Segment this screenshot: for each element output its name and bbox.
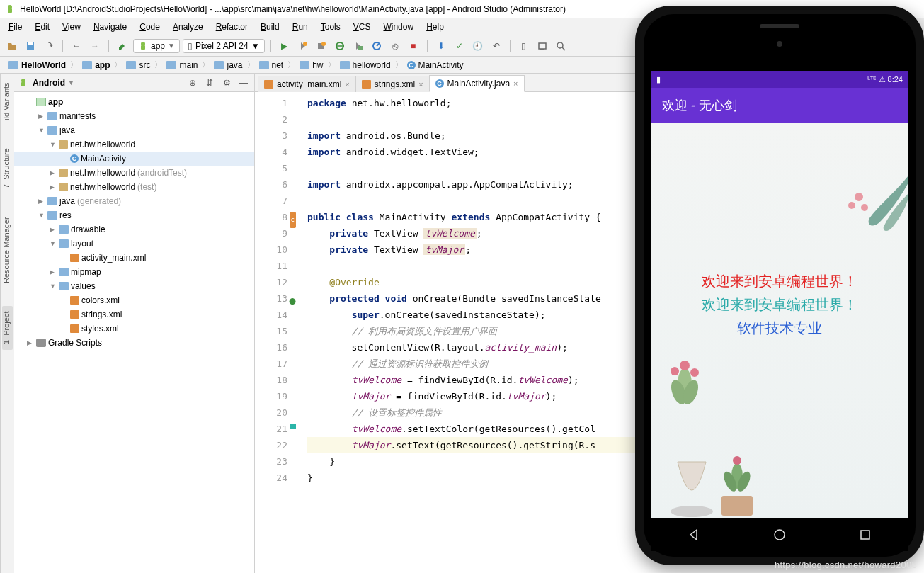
toolbar-separator bbox=[270, 40, 271, 52]
svg-rect-13 bbox=[539, 43, 546, 49]
menu-refactor[interactable]: Refactor bbox=[210, 20, 253, 34]
sdk-manager-button[interactable] bbox=[535, 38, 550, 54]
close-icon[interactable]: × bbox=[513, 79, 518, 88]
toolbar-separator bbox=[108, 40, 109, 52]
stop-button[interactable]: ■ bbox=[406, 38, 421, 54]
tab-activity_main-xml[interactable]: activity_main.xml× bbox=[258, 76, 356, 92]
vcs-rollback-button[interactable]: ↶ bbox=[489, 38, 504, 54]
toolbar-separator bbox=[510, 40, 511, 52]
apply-code-changes-icon[interactable] bbox=[314, 38, 329, 54]
line-gutter[interactable]: 12345678c910111213⬤141516171819202122232… bbox=[255, 92, 293, 573]
code-area[interactable]: package net.hw.helloworld; import androi… bbox=[293, 92, 924, 573]
project-view-selector[interactable]: Android ▼ bbox=[33, 78, 74, 88]
search-button[interactable] bbox=[553, 38, 569, 54]
code-editor[interactable]: 12345678c910111213⬤141516171819202122232… bbox=[255, 92, 924, 573]
profile-button[interactable] bbox=[369, 38, 384, 54]
main-area: 1: Project Resource Manager 7: Structure… bbox=[0, 74, 924, 573]
tree-mipmap[interactable]: ▶ mipmap bbox=[14, 265, 254, 279]
select-opened-file-icon[interactable]: ⊕ bbox=[186, 76, 199, 89]
android-studio-logo-icon bbox=[4, 4, 16, 15]
open-button[interactable] bbox=[4, 38, 20, 54]
menu-run[interactable]: Run bbox=[287, 20, 314, 34]
menu-build[interactable]: Build bbox=[255, 20, 285, 34]
run-config-dropdown[interactable]: app ▼ bbox=[133, 39, 180, 53]
run-button[interactable]: ▶ bbox=[277, 38, 292, 54]
menu-tools[interactable]: Tools bbox=[315, 20, 346, 34]
forward-button[interactable]: → bbox=[87, 38, 103, 54]
crumb-hw[interactable]: hw bbox=[297, 59, 326, 72]
crumb-net[interactable]: net bbox=[256, 59, 287, 72]
svg-rect-17 bbox=[21, 82, 25, 86]
tree-java[interactable]: ▼ java bbox=[14, 123, 254, 137]
crumb-src[interactable]: src bbox=[123, 59, 153, 72]
settings-gear-icon[interactable]: ⚙ bbox=[220, 76, 233, 89]
tree-values[interactable]: ▼ values bbox=[14, 279, 254, 293]
window-title: HelloWorld [D:\AndroidStudioProjects\Hel… bbox=[20, 4, 566, 14]
save-button[interactable] bbox=[23, 38, 38, 54]
tree-styles-xml[interactable]: styles.xml bbox=[14, 322, 254, 336]
menu-window[interactable]: Window bbox=[377, 20, 419, 34]
tool-tab-resource-manager[interactable]: Resource Manager bbox=[2, 211, 13, 289]
tree-gradle-scripts[interactable]: ▶ Gradle Scripts bbox=[14, 336, 254, 350]
close-icon[interactable]: × bbox=[345, 80, 349, 89]
editor-column: activity_main.xml×strings.xml×CMainActiv… bbox=[255, 74, 924, 573]
sync-button[interactable] bbox=[41, 38, 57, 54]
menu-analyze[interactable]: Analyze bbox=[167, 20, 209, 34]
device-label: Pixel 2 API 24 bbox=[195, 41, 249, 51]
menu-navigate[interactable]: Navigate bbox=[88, 20, 132, 34]
crumb-mainactivity[interactable]: CMainActivity bbox=[404, 59, 467, 72]
tool-tab-build-variants[interactable]: ild Variants bbox=[2, 76, 13, 126]
tree-manifests[interactable]: ▶ manifests bbox=[14, 109, 254, 123]
editor-tabs: activity_main.xml×strings.xml×CMainActiv… bbox=[255, 74, 924, 92]
tree-mainactivity[interactable]: C MainActivity bbox=[14, 152, 254, 166]
menu-vcs[interactable]: VCS bbox=[348, 20, 377, 34]
close-icon[interactable]: × bbox=[418, 80, 423, 89]
tree-colors-xml[interactable]: colors.xml bbox=[14, 293, 254, 307]
tree-res[interactable]: ▼ res bbox=[14, 208, 254, 222]
vcs-history-button[interactable]: 🕘 bbox=[470, 38, 486, 54]
avd-manager-button[interactable]: ▯ bbox=[516, 38, 532, 54]
tree-app[interactable]: app bbox=[14, 95, 254, 109]
crumb-helloworld[interactable]: helloworld bbox=[337, 59, 394, 72]
svg-rect-3 bbox=[28, 42, 33, 45]
expand-all-icon[interactable]: ⇵ bbox=[203, 76, 216, 89]
vcs-update-button[interactable]: ⬇ bbox=[433, 38, 449, 54]
svg-rect-11 bbox=[358, 46, 363, 50]
tree-net-hw-helloworld[interactable]: ▶ net.hw.helloworld (test) bbox=[14, 180, 254, 194]
tree-drawable[interactable]: ▶ drawable bbox=[14, 222, 254, 237]
debug-button[interactable] bbox=[332, 38, 348, 54]
project-tree[interactable]: app▶ manifests▼ java▼ net.hw.helloworldC… bbox=[14, 92, 254, 573]
coverage-button[interactable] bbox=[350, 38, 366, 54]
menu-code[interactable]: Code bbox=[134, 20, 166, 34]
tab-strings-xml[interactable]: strings.xml× bbox=[355, 76, 430, 92]
tree-net-hw-helloworld[interactable]: ▶ net.hw.helloworld (androidTest) bbox=[14, 166, 254, 180]
tab-mainactivity-java[interactable]: CMainActivity.java× bbox=[429, 75, 525, 92]
crumb-main[interactable]: main bbox=[164, 59, 200, 72]
svg-rect-1 bbox=[8, 8, 12, 13]
back-button[interactable]: ← bbox=[69, 38, 84, 54]
menu-file[interactable]: File bbox=[3, 20, 28, 34]
menu-view[interactable]: View bbox=[57, 20, 86, 34]
crumb-helloworld[interactable]: HelloWorld bbox=[6, 59, 69, 72]
attach-debugger-button[interactable]: ⎋ bbox=[387, 38, 403, 54]
vcs-commit-button[interactable]: ✓ bbox=[452, 38, 467, 54]
tree-net-hw-helloworld[interactable]: ▼ net.hw.helloworld bbox=[14, 137, 254, 152]
tool-tab-project[interactable]: 1: Project bbox=[2, 306, 13, 350]
apply-changes-icon[interactable] bbox=[295, 38, 311, 54]
crumb-java[interactable]: java bbox=[211, 59, 245, 72]
tree-strings-xml[interactable]: strings.xml bbox=[14, 307, 254, 322]
menu-edit[interactable]: Edit bbox=[29, 20, 55, 34]
hide-pane-icon[interactable]: — bbox=[237, 76, 250, 89]
hammer-build-icon[interactable] bbox=[115, 38, 130, 54]
svg-point-14 bbox=[557, 42, 563, 48]
svg-point-6 bbox=[303, 42, 307, 46]
tree-java[interactable]: ▶ java (generated) bbox=[14, 194, 254, 208]
device-dropdown[interactable]: ▯ Pixel 2 API 24 ▼ bbox=[183, 39, 265, 53]
menu-help[interactable]: Help bbox=[421, 20, 450, 34]
tree-layout[interactable]: ▼ layout bbox=[14, 237, 254, 251]
tree-activity_main-xml[interactable]: activity_main.xml bbox=[14, 251, 254, 265]
crumb-app[interactable]: app bbox=[79, 59, 113, 72]
tool-tab-structure[interactable]: 7: Structure bbox=[2, 143, 13, 195]
breadcrumb: HelloWorld〉app〉src〉main〉java〉net〉hw〉hell… bbox=[0, 57, 924, 74]
main-toolbar: ← → app ▼ ▯ Pixel 2 API 24 ▼ ▶ ⎋ ■ ⬇ ✓ 🕘… bbox=[0, 35, 924, 57]
